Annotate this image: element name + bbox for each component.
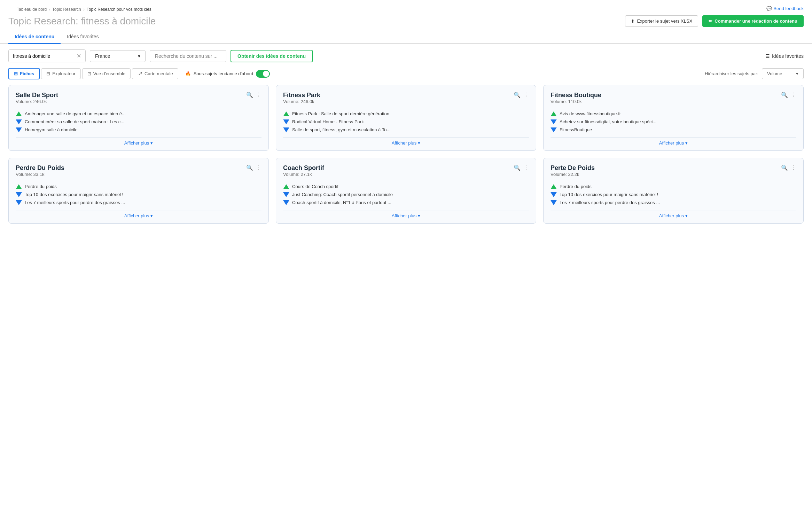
svg-marker-5 [283, 127, 289, 132]
commander-button[interactable]: ✏ Commander une rédaction de contenu [702, 15, 804, 27]
svg-marker-3 [283, 111, 289, 116]
country-select[interactable]: France ▾ [90, 50, 146, 62]
svg-marker-6 [551, 111, 557, 116]
card-item-1-0: Fitness Park : Salle de sport dernière g… [283, 111, 529, 116]
clear-keyword-button[interactable]: ✕ [77, 53, 81, 59]
view-mindmap-button[interactable]: ⎇ Carte mentale [132, 68, 178, 79]
card-item-4-1: Just Coaching: Coach sportif personnel à… [283, 192, 529, 197]
idees-favorites-link[interactable]: ☰ Idées favorites [765, 53, 804, 59]
card-title-2: Fitness Boutique [551, 92, 601, 99]
breadcrumb-tableau[interactable]: Tableau de bord [17, 7, 47, 12]
flame-icon: 🔥 [185, 71, 191, 76]
obtenir-button[interactable]: Obtenir des idées de contenu [231, 50, 313, 62]
svg-marker-12 [283, 184, 289, 189]
commander-icon: ✏ [709, 18, 712, 24]
card-title-1: Fitness Park [283, 92, 320, 99]
volume-value: Volume [767, 71, 782, 76]
card-dots-icon-4[interactable]: ⋮ [523, 164, 529, 171]
card-actions-2: 🔍 ⋮ [781, 92, 796, 98]
card-search-icon-0[interactable]: 🔍 [246, 92, 253, 98]
view-overview-button[interactable]: ⊡ Vue d'ensemble [82, 68, 131, 79]
card-items-4: Cours de Coach sportifJust Coaching: Coa… [283, 184, 529, 205]
keyword-input[interactable] [13, 53, 74, 59]
keyword-input-wrapper: ✕ [8, 49, 86, 62]
overview-icon: ⊡ [87, 71, 91, 76]
card-item-0-1: Comment créer sa salle de sport maison :… [16, 119, 261, 124]
view-fiches-button[interactable]: ⊞ Fiches [8, 68, 40, 79]
card-dots-icon-5[interactable]: ⋮ [791, 164, 796, 171]
card-actions-5: 🔍 ⋮ [781, 164, 796, 171]
card-items-2: Avis de www.fitnessboutique.frAchetez su… [551, 111, 796, 132]
top-bar: Topic Research: fitness à domicile ⬆ Exp… [0, 15, 812, 30]
page-title: Topic Research: fitness à domicile [8, 16, 156, 27]
tab-idees-contenu[interactable]: Idées de contenu [8, 30, 61, 44]
top-actions: ⬆ Exporter le sujet vers XLSX ✏ Commande… [625, 15, 804, 27]
export-label: Exporter le sujet vers XLSX [637, 18, 692, 24]
afficher-plus-4[interactable]: Afficher plus ▾ [283, 210, 529, 218]
card-dots-icon-2[interactable]: ⋮ [791, 92, 796, 98]
feedback-icon: 💬 [766, 6, 772, 11]
send-feedback-link[interactable]: 💬 Send feedback [766, 6, 804, 11]
card-title-5: Perte De Poids [551, 164, 595, 172]
card-title-4: Coach Sportif [283, 164, 324, 172]
content-search-input[interactable] [150, 50, 226, 62]
afficher-chevron-icon-0: ▾ [150, 140, 153, 146]
card-title-3: Perdre Du Poids [16, 164, 64, 172]
breadcrumb-sep-2: › [83, 7, 85, 12]
afficher-plus-2[interactable]: Afficher plus ▾ [551, 137, 796, 146]
card-search-icon-4[interactable]: 🔍 [514, 164, 521, 171]
card-dots-icon-1[interactable]: ⋮ [523, 92, 529, 98]
afficher-chevron-icon-5: ▾ [685, 213, 688, 218]
export-button[interactable]: ⬆ Exporter le sujet vers XLSX [625, 15, 698, 27]
send-feedback-label: Send feedback [773, 6, 804, 11]
title-prefix: Topic Research: [8, 16, 78, 26]
title-keyword: fitness à domicile [78, 16, 156, 26]
svg-marker-16 [551, 192, 557, 197]
fiches-icon: ⊞ [14, 71, 18, 76]
card-volume-3: Volume: 33.1k [16, 172, 64, 177]
card-items-3: Perdre du poidsTop 10 des exercices pour… [16, 184, 261, 205]
afficher-chevron-icon-1: ▾ [418, 140, 420, 146]
afficher-plus-5[interactable]: Afficher plus ▾ [551, 210, 796, 218]
breadcrumb-topic-research[interactable]: Topic Research [52, 7, 81, 12]
card-volume-0: Volume: 246.0k [16, 99, 58, 104]
afficher-plus-0[interactable]: Afficher plus ▾ [16, 137, 261, 146]
svg-marker-4 [283, 119, 289, 124]
country-value: France [95, 53, 110, 59]
afficher-chevron-icon-2: ▾ [685, 140, 688, 146]
volume-select[interactable]: Volume ▾ [762, 68, 804, 79]
afficher-plus-3[interactable]: Afficher plus ▾ [16, 210, 261, 218]
tab-idees-favorites[interactable]: Idées favorites [61, 30, 105, 44]
afficher-chevron-icon-3: ▾ [150, 213, 153, 218]
card-items-0: Aménager une salle de gym et un espace b… [16, 111, 261, 132]
card-item-3-2: Les 7 meilleurs sports pour perdre des g… [16, 200, 261, 205]
card-item-5-0: Perdre du poids [551, 184, 796, 189]
card-search-icon-1[interactable]: 🔍 [514, 92, 521, 98]
card-1: Fitness Park Volume: 246.0k 🔍 ⋮ Fitness … [276, 85, 536, 151]
svg-marker-0 [16, 111, 22, 116]
breadcrumb: Tableau de bord › Topic Research › Topic… [8, 3, 160, 13]
card-dots-icon-3[interactable]: ⋮ [256, 164, 261, 171]
svg-marker-9 [16, 184, 22, 189]
trending-toggle-switch[interactable] [256, 70, 270, 78]
card-header-4: Coach Sportif Volume: 27.1k 🔍 ⋮ [283, 164, 529, 182]
card-search-icon-3[interactable]: 🔍 [246, 164, 253, 171]
hierarchiser: Hiérarchiser les sujets par: Volume ▾ [705, 68, 804, 79]
toggle-knob [263, 71, 269, 77]
afficher-plus-1[interactable]: Afficher plus ▾ [283, 137, 529, 146]
card-actions-3: 🔍 ⋮ [246, 164, 261, 171]
card-header-2: Fitness Boutique Volume: 110.0k 🔍 ⋮ [551, 92, 796, 109]
card-dots-icon-0[interactable]: ⋮ [256, 92, 261, 98]
list-icon: ☰ [765, 53, 770, 59]
card-search-icon-5[interactable]: 🔍 [781, 164, 788, 171]
card-3: Perdre Du Poids Volume: 33.1k 🔍 ⋮ Perdre… [8, 158, 269, 224]
fiches-label: Fiches [20, 71, 34, 76]
card-item-2-2: FitnessBoutique [551, 127, 796, 132]
card-title-0: Salle De Sport [16, 92, 58, 99]
cards-grid: Salle De Sport Volume: 246.0k 🔍 ⋮ Aménag… [0, 85, 812, 234]
view-explorateur-button[interactable]: ⊟ Explorateur [41, 68, 80, 79]
card-search-icon-2[interactable]: 🔍 [781, 92, 788, 98]
explorateur-label: Explorateur [52, 71, 75, 76]
volume-chevron-icon: ▾ [796, 71, 798, 76]
breadcrumb-current: Topic Research pour vos mots clés [87, 7, 151, 12]
